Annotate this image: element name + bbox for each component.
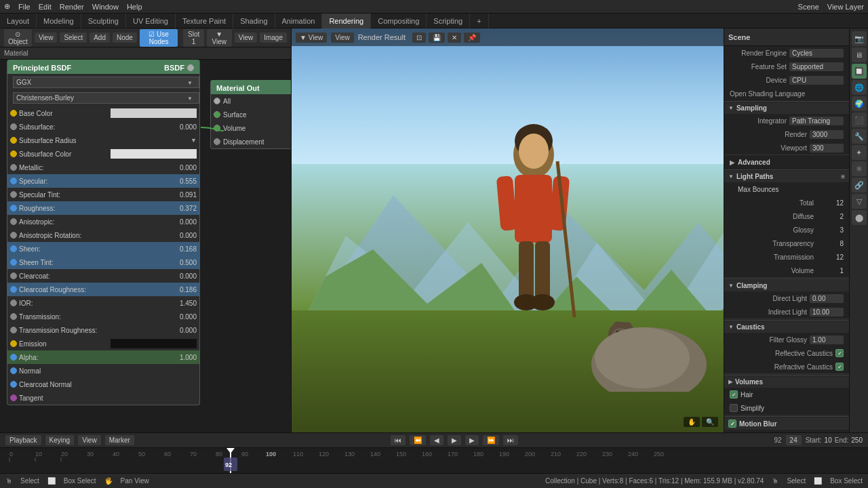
next-keyframe-btn[interactable]: ⏩ [483, 435, 499, 445]
tab-texture-paint[interactable]: Texture Paint [176, 14, 233, 28]
simplify-checkbox[interactable] [730, 404, 738, 412]
material-icon-btn[interactable]: ⬤ [852, 210, 867, 225]
particles-icon-btn[interactable]: ✦ [852, 145, 867, 160]
subsurface-color-swatch[interactable] [111, 149, 197, 159]
clearcoat-socket[interactable] [10, 272, 17, 279]
data-icon-btn[interactable]: ▽ [852, 194, 867, 209]
base-color-swatch[interactable] [111, 108, 197, 118]
subsurface-method-select-wrap[interactable]: Christensen-Burley [10, 91, 197, 105]
viewport-panel[interactable]: ▼ View View Render Result ⊡ 💾 ✕ 📌 [292, 28, 724, 432]
distribution-select[interactable]: GGX [13, 77, 199, 88]
object-icon-btn[interactable]: ⬛ [852, 113, 867, 127]
transparency-value[interactable]: 8 [816, 240, 844, 247]
menu-window[interactable]: Window [92, 3, 119, 11]
light-paths-icon[interactable]: ≡ [841, 173, 845, 180]
hand-tool-btn[interactable]: ✋ [684, 417, 700, 427]
menu-file[interactable]: File [18, 3, 31, 11]
start-frame-value[interactable]: 10 [825, 436, 832, 444]
motion-blur-header[interactable]: ✓ Motion Blur [724, 418, 849, 430]
view2-button[interactable]: ▼ View [207, 29, 232, 47]
mat-all-socket[interactable] [214, 98, 220, 104]
modifier-icon-btn[interactable]: 🔧 [852, 129, 867, 144]
diffuse-value[interactable]: 2 [816, 213, 844, 220]
sampling-header[interactable]: ▼ Sampling [724, 102, 849, 114]
tab-layout[interactable]: Layout [0, 14, 37, 28]
image-button[interactable]: Image [260, 33, 287, 43]
timeline-marker-btn[interactable]: Marker [105, 435, 134, 445]
refractive-caustics-checkbox[interactable]: ✓ [835, 363, 844, 371]
viewport-value[interactable]: 300 [810, 144, 844, 152]
menu-help[interactable]: Help [127, 3, 142, 11]
render-icon-btn[interactable]: 📷 [852, 31, 867, 46]
anisotropic-socket[interactable] [10, 218, 17, 225]
transmission-value[interactable]: 12 [816, 253, 844, 261]
output-icon-btn[interactable]: 🖥 [852, 47, 867, 62]
base-color-socket[interactable] [10, 110, 17, 117]
timeline-playback-btn[interactable]: Playback [5, 435, 41, 445]
viewport-view2-button[interactable]: View [331, 33, 354, 43]
normal-socket[interactable] [10, 367, 17, 374]
ior-socket[interactable] [10, 300, 17, 306]
light-paths-header[interactable]: ▼ Light Paths ≡ [724, 171, 849, 182]
fps-btn[interactable]: 24 [786, 435, 802, 445]
physics-icon-btn[interactable]: ⚛ [852, 161, 867, 176]
prev-frame-btn[interactable]: ◀ [430, 435, 443, 445]
tab-shading[interactable]: Shading [233, 14, 275, 28]
transmission-roughness-socket[interactable] [10, 327, 17, 333]
hair-checkbox[interactable]: ✓ [730, 390, 738, 399]
mat-surface-socket[interactable] [214, 111, 220, 118]
jump-start-btn[interactable]: ⏮ [391, 435, 406, 445]
clamping-header[interactable]: ▼ Clamping [724, 280, 849, 291]
render-engine-value[interactable]: Cycles [789, 49, 844, 58]
alpha-socket[interactable] [10, 354, 17, 361]
mat-displacement-socket[interactable] [214, 138, 220, 145]
viewport-close-button[interactable]: ✕ [448, 33, 461, 43]
menu-render[interactable]: Render [60, 3, 84, 11]
scene-icon-btn[interactable]: 🌐 [852, 80, 867, 95]
node-principled-bsdf[interactable]: Principled BSDF BSDF GGX Christensen-Bur… [7, 60, 200, 405]
world-icon-btn[interactable]: 🌍 [852, 96, 867, 111]
total-value[interactable]: 12 [816, 199, 844, 207]
specular-socket[interactable] [10, 178, 17, 184]
prev-keyframe-btn[interactable]: ⏪ [410, 435, 426, 445]
feature-set-value[interactable]: Supported [789, 62, 844, 71]
add-button[interactable]: Add [90, 33, 110, 43]
tab-sculpting[interactable]: Sculpting [81, 14, 126, 28]
subsurface-color-socket[interactable] [10, 150, 17, 157]
use-nodes-button[interactable]: ☑ Use Nodes [140, 29, 178, 47]
tab-uv-editing[interactable]: UV Editing [126, 14, 176, 28]
filter-glossy-value[interactable]: 1.00 [810, 336, 844, 344]
tab-modeling[interactable]: Modeling [37, 14, 81, 28]
direct-light-value[interactable]: 0.00 [810, 294, 844, 303]
select-button[interactable]: Select [60, 33, 87, 43]
view-layer-icon-btn[interactable]: 🔲 [852, 64, 867, 79]
integrator-value[interactable]: Path Tracing [789, 117, 844, 125]
next-frame-btn[interactable]: ▶ [465, 435, 479, 445]
mat-volume-socket[interactable] [214, 125, 220, 131]
zoom-tool-btn[interactable]: 🔍 [702, 417, 718, 427]
render-value[interactable]: 3000 [810, 130, 844, 139]
subsurface-method-select[interactable]: Christensen-Burley [13, 92, 199, 104]
node-type-button[interactable]: ⊙ Object [4, 29, 32, 47]
play-btn[interactable]: ▶ [448, 435, 461, 445]
tab-rendering[interactable]: Rendering [322, 14, 371, 28]
subsurface-radius-socket[interactable] [10, 137, 17, 144]
subsurface-socket[interactable] [10, 123, 17, 130]
constraint-icon-btn[interactable]: 🔗 [852, 178, 867, 192]
specular-tint-socket[interactable] [10, 191, 17, 198]
timeline-view-btn[interactable]: View [78, 435, 101, 445]
caustics-header[interactable]: ▼ Caustics [724, 321, 849, 333]
glossy-value[interactable]: 3 [816, 226, 844, 234]
anisotropic-rotation-socket[interactable] [10, 232, 17, 239]
timeline-ruler[interactable]: 0 10 20 30 40 50 60 70 80 90 100 110 120… [0, 448, 868, 473]
slot-button[interactable]: Slot 1 [183, 29, 204, 47]
viewport-view-button[interactable]: ▼ View [296, 33, 327, 43]
menu-edit[interactable]: Edit [39, 3, 52, 11]
tab-animation[interactable]: Animation [275, 14, 323, 28]
distribution-select-wrap[interactable]: GGX [10, 75, 197, 89]
metallic-socket[interactable] [10, 164, 17, 171]
device-value[interactable]: CPU [789, 76, 844, 85]
viewport-copy-button[interactable]: ⊡ [412, 33, 426, 43]
view-button[interactable]: View [35, 33, 58, 43]
viewport-pin-button[interactable]: 📌 [464, 33, 480, 43]
